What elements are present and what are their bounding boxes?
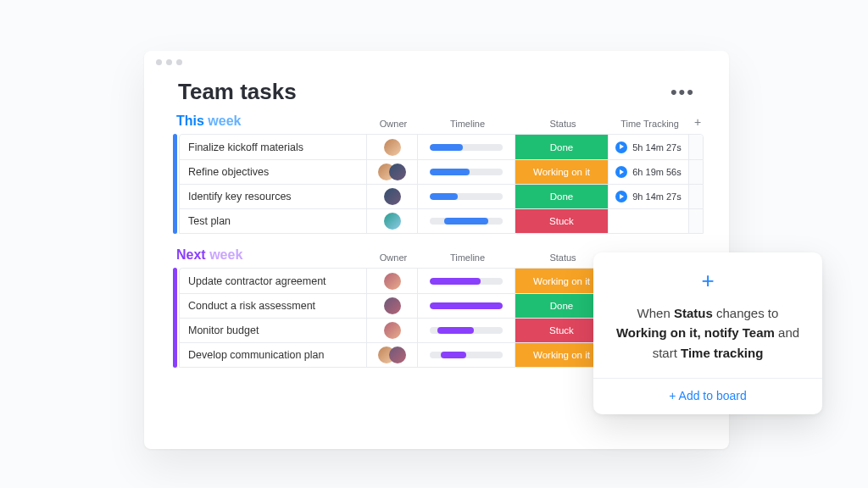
avatar[interactable] xyxy=(384,213,401,230)
owner-cell[interactable] xyxy=(366,160,417,184)
row-tail xyxy=(688,135,704,159)
task-name[interactable]: Develop communication plan xyxy=(180,343,366,367)
add-column-button[interactable]: + xyxy=(690,115,705,134)
group-accent xyxy=(173,134,177,234)
time-value: 6h 19m 56s xyxy=(632,167,681,177)
task-name[interactable]: Conduct a risk assessment xyxy=(180,294,366,318)
task-name[interactable]: Update contractor agreement xyxy=(180,269,366,293)
add-to-board-button[interactable]: + Add to board xyxy=(669,389,746,402)
table-row[interactable]: Identify key resourcesDone9h 14m 27s xyxy=(180,184,703,208)
automation-card: + When Status changes to Working on it, … xyxy=(593,252,822,414)
avatar[interactable] xyxy=(389,164,406,180)
play-icon[interactable] xyxy=(615,191,627,202)
status-cell[interactable]: Stuck xyxy=(515,209,608,233)
timeline-cell[interactable] xyxy=(417,294,515,318)
task-name[interactable]: Monitor budget xyxy=(180,319,366,342)
table-row[interactable]: Finalize kickoff materialsDone5h 14m 27s xyxy=(180,135,703,159)
table-row[interactable]: Test planStuck xyxy=(180,208,703,233)
timeline-cell[interactable] xyxy=(417,209,515,233)
column-header-status: Status xyxy=(516,119,609,134)
plus-icon: + xyxy=(701,269,714,291)
time-value: 5h 14m 27s xyxy=(632,142,681,152)
time-tracking-cell[interactable]: 9h 14m 27s xyxy=(608,185,688,208)
table-row[interactable]: Refine objectivesWorking on it6h 19m 56s xyxy=(180,159,703,184)
page-title: Team tasks xyxy=(178,79,297,105)
automation-text: When Status changes to Working on it, no… xyxy=(612,303,804,363)
more-menu-button[interactable]: ••• xyxy=(670,81,695,103)
group-title[interactable]: Next week xyxy=(173,247,368,268)
task-name[interactable]: Identify key resources xyxy=(180,185,366,208)
timeline-cell[interactable] xyxy=(417,319,515,342)
timeline-cell[interactable] xyxy=(417,160,515,184)
window-traffic-lights xyxy=(144,51,729,70)
group-accent xyxy=(173,268,177,368)
avatar[interactable] xyxy=(384,322,401,339)
avatar[interactable] xyxy=(384,273,401,290)
row-tail xyxy=(688,160,704,184)
task-name[interactable]: Refine objectives xyxy=(180,160,366,184)
owner-cell[interactable] xyxy=(366,343,417,367)
column-header-owner: Owner xyxy=(368,252,419,268)
play-icon[interactable] xyxy=(615,166,627,178)
avatar[interactable] xyxy=(389,347,406,363)
owner-cell[interactable] xyxy=(366,319,417,342)
time-tracking-cell[interactable]: 5h 14m 27s xyxy=(608,135,688,159)
time-tracking-cell[interactable]: 6h 19m 56s xyxy=(608,160,688,184)
group-title[interactable]: This week xyxy=(173,114,368,134)
row-tail xyxy=(688,185,704,208)
column-header-timeline: Timeline xyxy=(419,119,516,134)
column-header-owner: Owner xyxy=(368,119,419,134)
owner-cell[interactable] xyxy=(366,209,417,233)
timeline-cell[interactable] xyxy=(417,185,515,208)
owner-cell[interactable] xyxy=(366,135,417,159)
column-header-timeline: Timeline xyxy=(419,252,516,268)
avatar[interactable] xyxy=(384,188,401,205)
owner-cell[interactable] xyxy=(366,269,417,293)
row-tail xyxy=(688,209,704,233)
owner-cell[interactable] xyxy=(366,185,417,208)
play-icon[interactable] xyxy=(615,141,627,153)
avatar[interactable] xyxy=(384,139,401,156)
timeline-cell[interactable] xyxy=(417,135,515,159)
timeline-cell[interactable] xyxy=(417,269,515,293)
timeline-cell[interactable] xyxy=(417,343,515,367)
time-value: 9h 14m 27s xyxy=(632,191,681,202)
owner-cell[interactable] xyxy=(366,294,417,318)
divider xyxy=(593,378,822,379)
avatar[interactable] xyxy=(384,297,401,314)
status-cell[interactable]: Working on it xyxy=(515,160,608,184)
status-cell[interactable]: Done xyxy=(515,135,608,159)
task-name[interactable]: Test plan xyxy=(180,209,366,233)
column-header-time-tracking: Time Tracking xyxy=(609,119,690,134)
time-tracking-cell[interactable] xyxy=(608,209,688,233)
task-name[interactable]: Finalize kickoff materials xyxy=(180,135,366,159)
status-cell[interactable]: Done xyxy=(515,185,608,208)
